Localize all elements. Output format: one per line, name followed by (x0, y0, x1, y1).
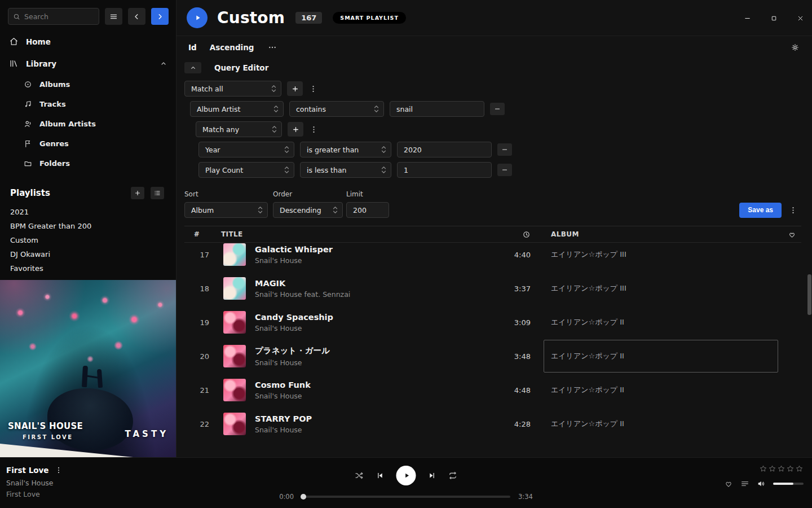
playlist-item[interactable]: BPM Greater than 200 (0, 219, 176, 233)
column-title[interactable]: TITLE (209, 230, 491, 238)
favorite-button[interactable] (724, 479, 733, 488)
track-table: # TITLE ALBUM 17 Galactic Whisper Sna (184, 226, 801, 445)
rule-value-input[interactable] (390, 101, 484, 117)
column-album[interactable]: ALBUM (551, 230, 776, 238)
table-row[interactable]: 17 Galactic Whisper Snail's House 4:40 エ… (184, 243, 801, 271)
query-editor-collapse-button[interactable] (184, 62, 201, 73)
rule-field-dropdown[interactable]: Year (198, 142, 294, 157)
album-cell[interactable]: エイリアン☆ポップ II (551, 305, 776, 339)
sidebar-item-library[interactable]: Library (0, 52, 176, 75)
collapse-icon[interactable] (160, 60, 167, 67)
playlist-item[interactable]: Custom (0, 233, 176, 247)
now-playing-album[interactable]: First Love (6, 490, 63, 498)
nav-forward-button[interactable] (151, 8, 169, 25)
add-rule-button[interactable] (287, 81, 303, 96)
order-dropdown[interactable]: Descending (273, 202, 343, 218)
column-favorite[interactable] (788, 230, 796, 239)
remove-rule-button[interactable] (497, 143, 512, 156)
rule-value-input[interactable] (397, 162, 492, 178)
queue-button[interactable] (740, 479, 749, 488)
rule-operator-dropdown[interactable]: is greater than (300, 142, 391, 157)
minimize-button[interactable] (742, 13, 752, 23)
album-cell[interactable]: エイリアン☆ポップ III (551, 271, 776, 305)
save-options-button[interactable] (788, 203, 797, 217)
nav-back-button[interactable] (128, 8, 145, 25)
previous-button[interactable] (376, 471, 385, 480)
scrollbar-thumb[interactable] (807, 274, 811, 315)
menu-button[interactable] (105, 8, 122, 25)
close-button[interactable] (795, 13, 805, 23)
limit-input[interactable] (346, 202, 389, 218)
album-cell[interactable]: エイリアン☆ポップ II (551, 407, 776, 441)
column-duration[interactable] (522, 230, 531, 239)
progress-knob[interactable] (301, 494, 306, 500)
sort-dropdown[interactable]: Album (184, 202, 268, 218)
maximize-button[interactable] (769, 13, 779, 23)
collapse-icon (190, 65, 196, 71)
sidebar-item-folders[interactable]: Folders (0, 154, 176, 173)
previous-icon (376, 471, 385, 480)
rule-operator-dropdown[interactable]: contains (289, 101, 384, 117)
rating-star-icon[interactable] (759, 465, 767, 473)
sidebar-item-label: Genres (39, 139, 69, 148)
track-duration: 4:48 (491, 386, 531, 395)
rule-value-input[interactable] (397, 142, 492, 157)
album-cell[interactable]: エイリアン☆ポップ III (551, 243, 776, 271)
table-row[interactable]: 19 Candy Spaceship Snail's House 3:09 エイ… (184, 305, 801, 339)
remove-rule-button[interactable] (497, 164, 512, 176)
album-cell[interactable]: エイリアン☆ポップ II (551, 373, 776, 407)
rating-star-icon[interactable] (777, 465, 785, 473)
group-options-button[interactable] (309, 122, 318, 137)
search-box[interactable] (8, 8, 99, 25)
now-playing-menu-button[interactable] (55, 466, 63, 474)
play-pause-button[interactable] (396, 466, 416, 485)
volume-slider[interactable] (773, 483, 804, 485)
progress-slider[interactable] (302, 496, 510, 498)
search-input[interactable] (24, 12, 94, 21)
next-button[interactable] (428, 471, 436, 480)
playlist-list-button[interactable] (151, 187, 164, 199)
playlist-item[interactable]: Favorites (0, 261, 176, 275)
now-playing-artist[interactable]: Snail's House (6, 479, 63, 487)
next-icon (428, 471, 436, 480)
now-playing-cover-art[interactable]: SNAIL'S HOUSE FIRST LOVE TASTY (0, 280, 176, 457)
sidebar-item-home[interactable]: Home (0, 30, 176, 52)
table-header: # TITLE ALBUM (184, 226, 801, 243)
sort-field-button[interactable]: Id (188, 43, 197, 52)
sidebar-item-genres[interactable]: Genres (0, 134, 176, 154)
rule-operator-dropdown[interactable]: is less than (300, 162, 391, 178)
match-type-dropdown[interactable]: Match any (196, 121, 282, 137)
sidebar-item-tracks[interactable]: Tracks (0, 94, 176, 114)
match-type-dropdown[interactable]: Match all (184, 81, 281, 97)
rating-star-icon[interactable] (786, 465, 795, 473)
add-playlist-button[interactable] (131, 187, 144, 199)
column-index[interactable]: # (184, 230, 209, 238)
volume-button[interactable] (757, 479, 766, 488)
table-row[interactable]: 22 STARRY POP Snail's House 4:28 エイリアン☆ポ… (184, 407, 801, 441)
table-row[interactable]: 20 プラネット・ガール Snail's House 3:48 エイリアン☆ポッ… (184, 339, 801, 373)
playlist-item[interactable]: 2021 (0, 205, 176, 219)
save-as-button[interactable]: Save as (739, 203, 782, 218)
sort-direction-button[interactable]: Ascending (210, 43, 254, 52)
chevron-updown-icon (374, 104, 379, 113)
sidebar-item-album-artists[interactable]: Album Artists (0, 114, 176, 134)
kebab-icon (310, 125, 318, 134)
group-options-button[interactable] (308, 81, 317, 96)
rating-star-icon[interactable] (768, 465, 776, 473)
shuffle-button[interactable] (355, 471, 364, 480)
rule-field-dropdown[interactable]: Album Artist (190, 101, 284, 117)
playlists-header: Playlists (0, 173, 176, 205)
album-cell-selected[interactable]: エイリアン☆ポップ II (551, 339, 776, 373)
add-rule-button[interactable] (288, 122, 303, 137)
settings-button[interactable] (791, 43, 800, 52)
table-row[interactable]: 21 Cosmo Funk Snail's House 4:48 エイリアン☆ポ… (184, 373, 801, 407)
more-options-button[interactable] (268, 43, 277, 52)
remove-rule-button[interactable] (490, 103, 505, 115)
rule-field-dropdown[interactable]: Play Count (198, 162, 294, 178)
sidebar-item-albums[interactable]: Albums (0, 75, 176, 94)
rating-star-icon[interactable] (795, 465, 804, 473)
playlist-item[interactable]: DJ Okawari (0, 247, 176, 261)
play-playlist-button[interactable] (187, 7, 208, 28)
table-row[interactable]: 18 MAGIK Snail's House feat. Sennzai 3:3… (184, 271, 801, 305)
repeat-button[interactable] (448, 471, 458, 480)
